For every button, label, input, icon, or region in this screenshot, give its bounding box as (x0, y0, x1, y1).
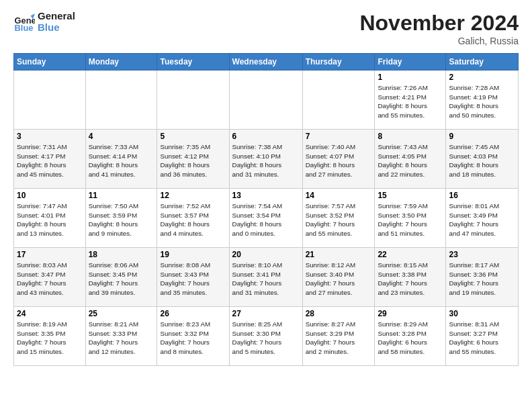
calendar-cell: 20Sunrise: 8:10 AMSunset: 3:41 PMDayligh… (229, 248, 302, 307)
day-number: 22 (378, 250, 443, 259)
day-header: Saturday (446, 54, 519, 71)
day-number: 8 (378, 132, 443, 141)
calendar-cell: 11Sunrise: 7:50 AMSunset: 3:59 PMDayligh… (85, 189, 157, 248)
day-number: 23 (449, 250, 515, 259)
calendar-cell: 19Sunrise: 8:08 AMSunset: 3:43 PMDayligh… (157, 248, 229, 307)
day-number: 10 (17, 191, 83, 200)
month-title: November 2024 (359, 11, 519, 36)
location: Galich, Russia (359, 36, 519, 46)
day-info: Sunrise: 7:52 AMSunset: 3:57 PMDaylight:… (160, 201, 226, 238)
day-info: Sunrise: 8:03 AMSunset: 3:47 PMDaylight:… (17, 261, 83, 298)
calendar-cell: 17Sunrise: 8:03 AMSunset: 3:47 PMDayligh… (14, 248, 86, 307)
day-info: Sunrise: 8:06 AMSunset: 3:45 PMDaylight:… (89, 261, 154, 298)
day-info: Sunrise: 7:57 AMSunset: 3:52 PMDaylight:… (306, 201, 372, 238)
day-info: Sunrise: 7:33 AMSunset: 4:14 PMDaylight:… (89, 142, 154, 179)
logo-icon: General Blue (13, 11, 35, 33)
logo-blue: Blue (38, 22, 75, 34)
day-info: Sunrise: 8:12 AMSunset: 3:40 PMDaylight:… (306, 261, 372, 298)
day-number: 7 (306, 132, 372, 141)
day-header: Monday (85, 54, 157, 71)
day-info: Sunrise: 8:23 AMSunset: 3:32 PMDaylight:… (160, 320, 226, 357)
day-info: Sunrise: 8:15 AMSunset: 3:38 PMDaylight:… (378, 261, 443, 298)
calendar-cell: 28Sunrise: 8:27 AMSunset: 3:29 PMDayligh… (302, 307, 375, 366)
day-number: 2 (449, 73, 515, 82)
day-number: 13 (232, 191, 300, 200)
day-number: 14 (306, 191, 372, 200)
day-info: Sunrise: 7:31 AMSunset: 4:17 PMDaylight:… (17, 142, 83, 179)
day-number: 27 (232, 309, 300, 318)
day-info: Sunrise: 8:29 AMSunset: 3:28 PMDaylight:… (378, 320, 443, 357)
day-number: 21 (306, 250, 372, 259)
day-number: 4 (89, 132, 154, 141)
day-number: 16 (449, 191, 515, 200)
day-info: Sunrise: 8:10 AMSunset: 3:41 PMDaylight:… (232, 261, 300, 298)
calendar-cell: 18Sunrise: 8:06 AMSunset: 3:45 PMDayligh… (85, 248, 157, 307)
svg-text:Blue: Blue (15, 22, 34, 32)
calendar-cell: 10Sunrise: 7:47 AMSunset: 4:01 PMDayligh… (14, 189, 86, 248)
calendar-cell: 22Sunrise: 8:15 AMSunset: 3:38 PMDayligh… (375, 248, 446, 307)
calendar-cell: 9Sunrise: 7:45 AMSunset: 4:03 PMDaylight… (446, 130, 519, 189)
calendar-cell: 6Sunrise: 7:38 AMSunset: 4:10 PMDaylight… (229, 130, 302, 189)
day-number: 25 (89, 309, 154, 318)
calendar-cell: 15Sunrise: 7:59 AMSunset: 3:50 PMDayligh… (375, 189, 446, 248)
day-number: 29 (378, 309, 443, 318)
day-number: 3 (17, 132, 83, 141)
calendar-cell: 5Sunrise: 7:35 AMSunset: 4:12 PMDaylight… (157, 130, 229, 189)
calendar-cell: 29Sunrise: 8:29 AMSunset: 3:28 PMDayligh… (375, 307, 446, 366)
calendar-cell: 2Sunrise: 7:28 AMSunset: 4:19 PMDaylight… (446, 71, 519, 130)
calendar-cell: 21Sunrise: 8:12 AMSunset: 3:40 PMDayligh… (302, 248, 375, 307)
day-number: 15 (378, 191, 443, 200)
calendar-cell: 23Sunrise: 8:17 AMSunset: 3:36 PMDayligh… (446, 248, 519, 307)
week-row: 10Sunrise: 7:47 AMSunset: 4:01 PMDayligh… (14, 189, 519, 248)
day-info: Sunrise: 8:31 AMSunset: 3:27 PMDaylight:… (449, 320, 515, 357)
calendar-cell (157, 71, 229, 130)
day-info: Sunrise: 7:54 AMSunset: 3:54 PMDaylight:… (232, 201, 300, 238)
day-header: Sunday (14, 54, 86, 71)
day-number: 11 (89, 191, 154, 200)
calendar-cell (229, 71, 302, 130)
day-number: 12 (160, 191, 226, 200)
day-info: Sunrise: 8:08 AMSunset: 3:43 PMDaylight:… (160, 261, 226, 298)
calendar-cell: 26Sunrise: 8:23 AMSunset: 3:32 PMDayligh… (157, 307, 229, 366)
day-info: Sunrise: 7:40 AMSunset: 4:07 PMDaylight:… (306, 142, 372, 179)
day-info: Sunrise: 7:59 AMSunset: 3:50 PMDaylight:… (378, 201, 443, 238)
day-info: Sunrise: 8:21 AMSunset: 3:33 PMDaylight:… (89, 320, 154, 357)
week-row: 1Sunrise: 7:26 AMSunset: 4:21 PMDaylight… (14, 71, 519, 130)
page: General Blue General Blue November 2024 … (0, 0, 532, 411)
day-number: 28 (306, 309, 372, 318)
calendar-cell (302, 71, 375, 130)
day-header: Friday (375, 54, 446, 71)
day-info: Sunrise: 8:17 AMSunset: 3:36 PMDaylight:… (449, 261, 515, 298)
day-number: 26 (160, 309, 226, 318)
calendar-cell: 25Sunrise: 8:21 AMSunset: 3:33 PMDayligh… (85, 307, 157, 366)
day-info: Sunrise: 7:43 AMSunset: 4:05 PMDaylight:… (378, 142, 443, 179)
day-info: Sunrise: 8:19 AMSunset: 3:35 PMDaylight:… (17, 320, 83, 357)
day-info: Sunrise: 8:25 AMSunset: 3:30 PMDaylight:… (232, 320, 300, 357)
calendar-cell: 3Sunrise: 7:31 AMSunset: 4:17 PMDaylight… (14, 130, 86, 189)
day-header: Thursday (302, 54, 375, 71)
calendar-cell: 12Sunrise: 7:52 AMSunset: 3:57 PMDayligh… (157, 189, 229, 248)
day-number: 20 (232, 250, 300, 259)
day-info: Sunrise: 7:26 AMSunset: 4:21 PMDaylight:… (378, 83, 443, 120)
day-number: 1 (378, 73, 443, 82)
day-number: 30 (449, 309, 515, 318)
calendar-cell: 7Sunrise: 7:40 AMSunset: 4:07 PMDaylight… (302, 130, 375, 189)
calendar-cell: 30Sunrise: 8:31 AMSunset: 3:27 PMDayligh… (446, 307, 519, 366)
week-row: 17Sunrise: 8:03 AMSunset: 3:47 PMDayligh… (14, 248, 519, 307)
week-row: 24Sunrise: 8:19 AMSunset: 3:35 PMDayligh… (14, 307, 519, 366)
day-info: Sunrise: 7:45 AMSunset: 4:03 PMDaylight:… (449, 142, 515, 179)
day-info: Sunrise: 8:01 AMSunset: 3:49 PMDaylight:… (449, 201, 515, 238)
calendar-cell: 1Sunrise: 7:26 AMSunset: 4:21 PMDaylight… (375, 71, 446, 130)
day-header: Tuesday (157, 54, 229, 71)
calendar: SundayMondayTuesdayWednesdayThursdayFrid… (13, 53, 519, 366)
day-info: Sunrise: 7:47 AMSunset: 4:01 PMDaylight:… (17, 201, 83, 238)
day-number: 18 (89, 250, 154, 259)
day-info: Sunrise: 8:27 AMSunset: 3:29 PMDaylight:… (306, 320, 372, 357)
day-header: Wednesday (229, 54, 302, 71)
calendar-cell: 13Sunrise: 7:54 AMSunset: 3:54 PMDayligh… (229, 189, 302, 248)
logo-area: General Blue General Blue (13, 11, 75, 33)
day-info: Sunrise: 7:50 AMSunset: 3:59 PMDaylight:… (89, 201, 154, 238)
calendar-cell: 27Sunrise: 8:25 AMSunset: 3:30 PMDayligh… (229, 307, 302, 366)
day-number: 5 (160, 132, 226, 141)
day-number: 24 (17, 309, 83, 318)
